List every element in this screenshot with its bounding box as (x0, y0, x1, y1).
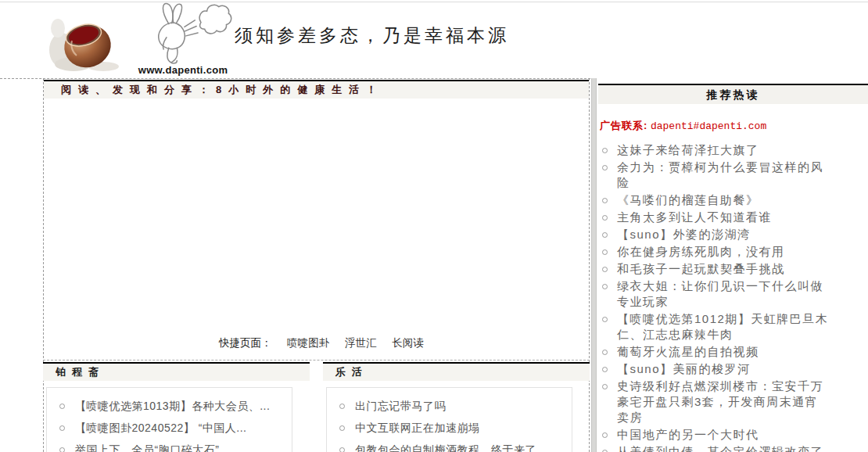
hot-read-title[interactable]: 【喷嚏优选第1012期】天虹牌巴旦木仁、江志忠麻辣牛肉 (617, 311, 830, 343)
article-link[interactable]: 出门忘记带马了吗 (339, 398, 565, 414)
column-bochengzhai: 铂程斋 【喷嚏优选第1013期】各种大会员、... 【喷嚏图卦20240522】… (43, 362, 310, 452)
hot-read-title[interactable]: 《马喽们的榴莲自助餐》 (617, 192, 830, 208)
hot-read-link[interactable]: 中国地产的另一个大时代 (602, 427, 868, 443)
main-top-dashed-border (0, 78, 590, 79)
hot-read-title[interactable]: 史诗级利好点燃深圳楼市：宝安千万豪宅开盘只剩3套，开发商周末通宵卖房 (617, 378, 830, 425)
hot-read-title[interactable]: 绿衣大姐：让你们见识一下什么叫做专业玩家 (617, 278, 830, 310)
hot-read-title[interactable]: 这妹子来给荷泽扛大旗了 (617, 142, 830, 158)
bullet-icon (339, 404, 345, 409)
bullet-icon (339, 447, 345, 452)
bullet-icon (59, 425, 65, 431)
bullet-icon (339, 425, 345, 431)
bullet-icon (602, 284, 608, 289)
hot-read-link[interactable]: 余力为：贾樟柯为什么要冒这样的风险 (602, 160, 868, 191)
hot-read-title[interactable]: 从美债到中债，某个定价逻辑改变了 (617, 444, 830, 452)
bullet-icon (602, 367, 608, 372)
bullet-icon (602, 432, 608, 438)
hot-read-title[interactable]: 主角太多到让人不知道看谁 (617, 210, 830, 225)
article-title[interactable]: 【喷嚏优选第1013期】各种大会员、... (75, 398, 270, 414)
column-lehuo: 乐活 出门忘记带马了吗 中文互联网正在加速崩塌 包教包会的自制梅酒教程，终于来了 (323, 362, 590, 452)
hot-read-link[interactable]: 你在健身房练死肌肉，没有用 (602, 244, 868, 260)
bullet-icon (59, 447, 65, 452)
hot-read-title[interactable]: 【suno】外婆的澎湖湾 (617, 227, 830, 242)
wine-cup-logo-image[interactable] (48, 11, 124, 74)
hot-read-link[interactable]: 【喷嚏优选第1012期】天虹牌巴旦木仁、江志忠麻辣牛肉 (602, 311, 868, 343)
quick-pages-label: 快捷页面： (219, 337, 272, 349)
sidebar-scrollbar-track[interactable] (591, 78, 597, 452)
bottom-section-dashed-border (43, 360, 590, 361)
article-title[interactable]: 【喷嚏图卦20240522】 “中国人... (75, 420, 247, 436)
hot-read-link[interactable]: 这妹子来给荷泽扛大旗了 (602, 142, 868, 158)
quick-link-fushihui[interactable]: 浮世汇 (345, 337, 377, 349)
hot-read-link[interactable]: 史诗级利好点燃深圳楼市：宝安千万豪宅开盘只剩3套，开发商周末通宵卖房 (602, 378, 868, 425)
bullet-icon (602, 165, 608, 170)
article-title[interactable]: 中文互联网正在加速崩塌 (355, 420, 480, 436)
hot-read-link[interactable]: 主角太多到让人不知道看谁 (602, 210, 868, 225)
bullet-icon (602, 384, 608, 389)
hot-read-title[interactable]: 余力为：贾樟柯为什么要冒这样的风险 (617, 160, 830, 191)
article-link[interactable]: 中文互联网正在加速崩塌 (339, 420, 565, 436)
sidebar-title: 推荐热读 (598, 84, 868, 104)
column-title-bochengzhai: 铂程斋 (43, 362, 310, 381)
article-list-bochengzhai: 【喷嚏优选第1013期】各种大会员、... 【喷嚏图卦20240522】 “中国… (46, 387, 292, 452)
hot-read-title[interactable]: 葡萄牙火流星的自拍视频 (617, 344, 830, 360)
wine-cup-image (48, 11, 124, 74)
hot-read-link[interactable]: 【suno】美丽的梭罗河 (602, 361, 868, 377)
bullet-icon (602, 249, 608, 255)
hot-read-link[interactable]: 和毛孩子一起玩默契叠手挑战 (602, 261, 868, 277)
ad-contact-label: 广告联系: (600, 120, 647, 131)
main-banner: 阅读、发现和分享：8小时外的健康生活！ (44, 80, 589, 99)
column-title-lehuo: 乐活 (323, 362, 590, 381)
article-link[interactable]: 包教包会的自制梅酒教程，终于来了 (339, 442, 565, 452)
hot-read-link[interactable]: 葡萄牙火流星的自拍视频 (602, 344, 868, 360)
sneezing-rabbit-icon (131, 0, 235, 67)
sidebar: 推荐热读 广告联系: dapenti#dapenti.com 这妹子来给荷泽扛大… (598, 84, 868, 452)
rabbit-mascot-drawing[interactable] (131, 0, 235, 66)
site-slogan: 须知参差多态，乃是幸福本源 (235, 23, 509, 48)
bullet-icon (602, 148, 608, 153)
ad-contact-email: dapenti#dapenti.com (651, 120, 766, 132)
bullet-icon (602, 215, 608, 221)
hot-read-link[interactable]: 【suno】外婆的澎湖湾 (602, 227, 868, 242)
hot-read-title[interactable]: 中国地产的另一个大时代 (617, 427, 830, 443)
quick-link-penti-tugua[interactable]: 喷嚏图卦 (287, 337, 329, 349)
quick-pages-row: 快捷页面： 喷嚏图卦 浮世汇 长阅读 (44, 336, 589, 350)
hot-read-link[interactable]: 《马喽们的榴莲自助餐》 (602, 192, 868, 208)
ad-placeholder (44, 100, 589, 332)
article-list-lehuo: 出门忘记带马了吗 中文互联网正在加速崩塌 包教包会的自制梅酒教程，终于来了 (326, 387, 572, 452)
hot-read-title[interactable]: 和毛孩子一起玩默契叠手挑战 (617, 261, 830, 277)
bullet-icon (602, 317, 608, 322)
article-title[interactable]: 出门忘记带马了吗 (355, 398, 446, 414)
sneeze-cloud-icon (199, 5, 231, 34)
hot-read-title[interactable]: 【suno】美丽的梭罗河 (617, 361, 830, 377)
bullet-icon (59, 404, 65, 409)
bullet-icon (602, 198, 608, 203)
article-title[interactable]: 包教包会的自制梅酒教程，终于来了 (355, 442, 536, 452)
bullet-icon (602, 267, 608, 272)
hot-read-link[interactable]: 绿衣大姐：让你们见识一下什么叫做专业玩家 (602, 278, 868, 310)
bullet-icon (602, 232, 608, 238)
article-link[interactable]: 【喷嚏优选第1013期】各种大会员、... (59, 398, 285, 414)
article-link[interactable]: 举国上下，全员“胸口碎大石” (59, 442, 285, 452)
hot-read-title[interactable]: 你在健身房练死肌肉，没有用 (617, 244, 830, 260)
article-title[interactable]: 举国上下，全员“胸口碎大石” (75, 442, 219, 452)
site-url-text[interactable]: www.dapenti.com (130, 64, 236, 76)
article-link[interactable]: 【喷嚏图卦20240522】 “中国人... (59, 420, 285, 436)
quick-link-changyuedu[interactable]: 长阅读 (392, 337, 424, 349)
ad-contact: 广告联系: dapenti#dapenti.com (600, 119, 868, 133)
site-logo-band: www.dapenti.com 须知参差多态，乃是幸福本源 (0, 0, 590, 78)
bullet-icon (602, 350, 608, 355)
hot-read-list: 这妹子来给荷泽扛大旗了 余力为：贾樟柯为什么要冒这样的风险 《马喽们的榴莲自助餐… (602, 142, 868, 452)
hot-read-link[interactable]: 从美债到中债，某个定价逻辑改变了 (602, 444, 868, 452)
